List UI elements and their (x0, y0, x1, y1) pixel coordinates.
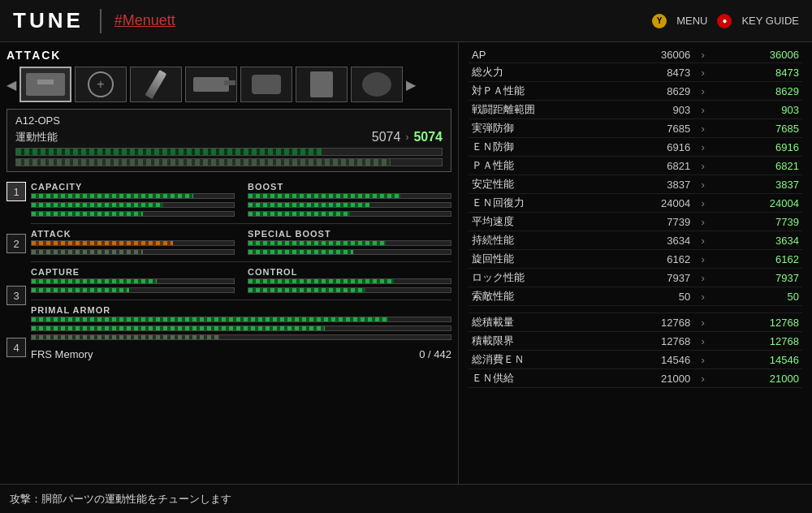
special-boost-label: SPECIAL BOOST (248, 229, 451, 239)
left-arrow-icon[interactable]: ◀ (6, 77, 16, 93)
stat-row: 総火力 8473 › 8473 (469, 63, 802, 82)
stat-name: 持続性能 (469, 231, 603, 250)
stat-val-old: 8473 (603, 63, 693, 82)
control-label: CONTROL (248, 267, 451, 277)
capture-bar-2 (31, 287, 235, 293)
arm-icon (310, 71, 333, 97)
stat-name: ＥＮ供給 (469, 369, 603, 388)
control-bar-2 (248, 287, 451, 293)
special-boost-bar-2 (248, 249, 451, 255)
boost-bar-3 (248, 211, 451, 217)
stat-val-old: 3634 (603, 231, 693, 250)
stat-row: ロック性能 7937 › 7937 (469, 269, 802, 287)
slot-1[interactable]: 1 (6, 182, 26, 201)
stat-name: 平均速度 (469, 213, 603, 231)
divider-1 (31, 223, 451, 224)
weapon-slot-5[interactable] (296, 67, 348, 102)
key-guide-label[interactable]: KEY GUIDE (741, 15, 799, 27)
slot-3[interactable]: 3 (6, 286, 26, 305)
stat-val-old: 6821 (603, 157, 693, 175)
slot-4[interactable]: 4 (6, 338, 26, 357)
stat-row: ＥＮ防御 6916 › 6916 (469, 138, 802, 157)
stat-val-old: 7937 (603, 269, 693, 287)
weapon-slot-3[interactable] (185, 67, 237, 102)
stat-val-old: 3837 (603, 175, 693, 194)
special-boost-block: SPECIAL BOOST (248, 229, 451, 256)
attack-label: ATTACK (31, 229, 235, 239)
stat-name: 安定性能 (469, 175, 603, 194)
tank-icon (26, 73, 65, 96)
slot-numbers: 1 2 3 4 (6, 179, 26, 362)
equip-stat-old: 5074 (372, 130, 401, 144)
stat-name: 実弾防御 (469, 119, 603, 138)
primal-armor-bar-2 (31, 325, 451, 331)
stat-arrow-cell: › (693, 63, 712, 82)
stat-val-old: 24004 (603, 194, 693, 213)
stat-arrow-cell: › (693, 82, 712, 101)
header-controls: Y MENU ● KEY GUIDE (652, 14, 799, 28)
stat-row: 索敵性能 50 › 50 (469, 287, 802, 306)
boost-block: BOOST (248, 182, 451, 218)
stat-arrow-cell: › (693, 138, 712, 157)
right-arrow-icon[interactable]: ▶ (406, 77, 416, 93)
capacity-bar-1 (31, 193, 235, 199)
stat-name: ロック性能 (469, 269, 603, 287)
stat-val-new: 12768 (712, 313, 802, 332)
attack-bar-1 (31, 240, 235, 246)
stat-row-bottom: 積載限界 12768 › 12768 (469, 332, 802, 351)
stat-row: 対ＰＡ性能 8629 › 8629 (469, 82, 802, 101)
header-divider (100, 9, 102, 33)
equip-stat-new: 5074 (413, 130, 443, 144)
stat-val-new: 21000 (712, 369, 802, 388)
equip-stat-label: 運動性能 (15, 130, 372, 144)
crosshair-icon (88, 71, 114, 97)
control-bar-1 (248, 278, 451, 284)
slot-2[interactable]: 2 (6, 234, 26, 253)
primal-armor-bar-3 (31, 334, 451, 340)
weapon-slot-6[interactable] (351, 67, 403, 102)
primal-armor-label: PRIMAL ARMOR (31, 305, 451, 315)
equip-secondary-bar (15, 158, 443, 166)
frs-label: FRS Memory (31, 348, 93, 360)
equip-name: A12-OPS (15, 114, 443, 127)
equip-bar-fill-gray (16, 159, 391, 166)
stat-arrow-cell: › (693, 369, 712, 388)
stats-section-1: CAPACITY BOOST (31, 182, 451, 218)
stats-section-3: CAPTURE CONTROL (31, 267, 451, 295)
weapon-slot-4[interactable] (240, 67, 292, 102)
equip-main-bar (15, 148, 443, 156)
status-text: 攻撃：胴部パーツの運動性能をチューンします (10, 492, 231, 507)
equip-stat-values: 5074 › 5074 (372, 130, 443, 144)
stats-table: AP 36006 › 36006 総火力 8473 › 8473 対ＰＡ性能 8… (469, 47, 802, 388)
menu-label[interactable]: MENU (676, 15, 707, 27)
equip-bar-fill-green (16, 149, 322, 155)
weapon-slot-2[interactable] (130, 67, 182, 102)
stat-row-bottom: ＥＮ供給 21000 › 21000 (469, 369, 802, 388)
weapon-slots-row: ◀ ▶ (6, 67, 451, 102)
stat-val-old: 6916 (603, 138, 693, 157)
stat-row: ＰＡ性能 6821 › 6821 (469, 157, 802, 175)
primal-armor-bar-1 (31, 317, 451, 322)
boost-bar-2 (248, 202, 451, 208)
stat-val-old: 14546 (603, 351, 693, 369)
stat-arrow-cell: › (693, 101, 712, 119)
special-boost-bar-1 (248, 240, 451, 246)
capture-label: CAPTURE (31, 267, 235, 277)
header: TUNE #Menuett Y MENU ● KEY GUIDE (0, 0, 812, 42)
stat-arrow-cell: › (693, 175, 712, 194)
weapon-slot-0[interactable] (19, 67, 71, 102)
stat-val-old: 12768 (603, 332, 693, 351)
stat-row: ＥＮ回復力 24004 › 24004 (469, 194, 802, 213)
stat-val-new: 50 (712, 287, 802, 306)
equip-detail-box: A12-OPS 運動性能 5074 › 5074 (6, 109, 451, 172)
stat-name: 索敵性能 (469, 287, 603, 306)
stat-val-new: 7685 (712, 119, 802, 138)
weapon-slot-1[interactable] (75, 67, 127, 102)
stat-name: ＥＮ防御 (469, 138, 603, 157)
stat-val-new: 7739 (712, 213, 802, 231)
stat-name: 総火力 (469, 63, 603, 82)
stat-val-new: 12768 (712, 332, 802, 351)
preset-name[interactable]: #Menuett (114, 12, 175, 29)
stat-name: ＥＮ回復力 (469, 194, 603, 213)
circle-button-icon: ● (717, 14, 732, 28)
